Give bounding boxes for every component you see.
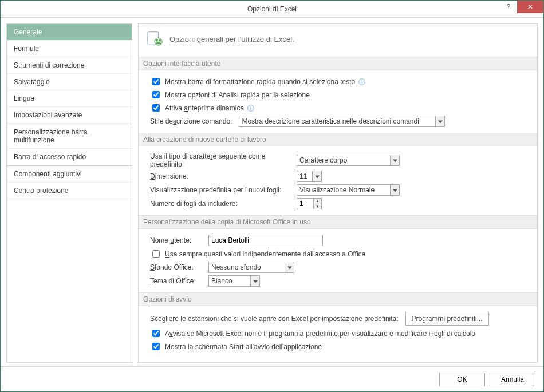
section-title-startup: Opzioni di avvio (139, 292, 537, 306)
checkbox-warn-default[interactable] (152, 330, 160, 337)
label-quick-analysis: Mostra opzioni di Analisi rapida per la … (165, 91, 310, 99)
window-title: Opzioni di Excel (1, 5, 543, 13)
chevron-down-icon (435, 116, 444, 126)
select-default-font[interactable]: Carattere corpo (297, 155, 400, 166)
svg-point-2 (156, 39, 158, 42)
checkbox-live-preview[interactable] (152, 104, 160, 112)
section-title-new-workbook: Alla creazione di nuove cartelle di lavo… (139, 133, 537, 146)
sidebar-item-salvataggio[interactable]: Salvataggio (7, 74, 132, 90)
label-warn-default: Avvisa se Microsoft Excel non è il progr… (165, 330, 475, 338)
label-tooltip-style: Stile descrizione comando: (150, 117, 232, 125)
label-always-use: Usa sempre questi valori indipendentemen… (165, 250, 365, 258)
info-icon[interactable]: i (247, 105, 254, 112)
checkbox-mini-toolbar[interactable] (152, 78, 160, 85)
page-header: Opzioni generali per l'utilizzo di Excel… (147, 30, 529, 49)
checkbox-start-screen[interactable] (152, 343, 160, 350)
row-username: Nome utente: (150, 235, 529, 246)
spin-up-icon[interactable]: ▲ (314, 199, 321, 204)
page-header-text: Opzioni generali per l'utilizzo di Excel… (169, 35, 294, 43)
row-quick-analysis: Mostra opzioni di Analisi rapida per la … (150, 89, 529, 100)
sidebar-item-impostazioni-avanzate[interactable]: Impostazioni avanzate (7, 107, 132, 124)
label-username: Nome utente: (150, 236, 202, 244)
label-font-size: Dimensione: (150, 172, 293, 180)
checkbox-quick-analysis[interactable] (152, 91, 160, 98)
select-tooltip-style[interactable]: Mostra descrizione caratteristica nelle … (239, 116, 445, 127)
label-sheet-count: Numero di fogli da includere: (150, 200, 293, 208)
chevron-down-icon (285, 262, 294, 272)
label-mini-toolbar: Mostra barra di formattazione rapida qua… (165, 78, 355, 86)
label-live-preview: Attiva anteprima dinamica (165, 104, 244, 112)
sidebar-item-lingua[interactable]: Lingua (7, 90, 132, 107)
help-button[interactable]: ? (500, 1, 517, 13)
ok-button[interactable]: OK (439, 373, 485, 386)
window-controls: ? ✕ (500, 1, 543, 13)
dialog-body: Generale Formule Strumenti di correzione… (1, 18, 543, 366)
select-font-size[interactable]: 11 (297, 171, 322, 182)
checkbox-always-use[interactable] (152, 250, 160, 258)
chevron-down-icon (390, 155, 399, 165)
excel-options-dialog: Opzioni di Excel ? ✕ Generale Formule St… (0, 0, 544, 392)
sidebar-item-centro-protezione[interactable]: Centro protezione (7, 183, 132, 199)
row-mini-toolbar: Mostra barra di formattazione rapida qua… (150, 76, 529, 87)
sidebar-item-generale[interactable]: Generale (7, 24, 132, 41)
select-office-background[interactable]: Nessuno sfondo (208, 262, 294, 273)
spin-down-icon[interactable]: ▼ (314, 204, 321, 209)
label-default-programs: Scegliere le estensioni che si vuole apr… (150, 315, 399, 323)
input-username[interactable] (208, 235, 323, 246)
row-default-font: Usa il tipo di carattere seguente come p… (150, 152, 529, 168)
row-default-view: Visualizzazione predefinita per i nuovi … (150, 184, 529, 196)
row-live-preview: Attiva anteprima dinamica i (150, 102, 529, 113)
titlebar: Opzioni di Excel ? ✕ (1, 1, 543, 18)
row-default-programs: Scegliere le estensioni che si vuole apr… (150, 312, 529, 326)
sidebar-item-barra-accesso-rapido[interactable]: Barra di accesso rapido (7, 149, 132, 165)
row-office-theme: Tema di Office: Bianco (150, 275, 529, 287)
info-icon[interactable]: i (358, 78, 365, 85)
row-warn-default: Avvisa se Microsoft Excel non è il progr… (150, 328, 529, 339)
section-title-ui: Opzioni interfaccia utente (139, 57, 537, 70)
section-title-personalize: Personalizzazione della copia di Microso… (139, 215, 537, 229)
row-tooltip-style: Stile descrizione comando: Mostra descri… (150, 116, 529, 127)
sidebar-item-componenti-aggiuntivi[interactable]: Componenti aggiuntivi (7, 166, 132, 183)
label-default-view: Visualizzazione predefinita per i nuovi … (150, 186, 293, 194)
label-office-background: Sfondo Office: (150, 263, 202, 271)
row-always-use: Usa sempre questi valori indipendentemen… (150, 248, 529, 259)
label-default-font: Usa il tipo di carattere seguente come p… (150, 152, 293, 168)
chevron-down-icon (250, 276, 259, 286)
default-programs-button[interactable]: Programmi predefiniti... (405, 312, 489, 326)
content-panel: Opzioni generali per l'utilizzo di Excel… (138, 23, 538, 363)
cancel-button[interactable]: Annulla (490, 373, 535, 386)
row-font-size: Dimensione: 11 (150, 171, 529, 182)
chevron-down-icon (312, 171, 321, 181)
chevron-down-icon (390, 185, 399, 195)
svg-point-3 (159, 39, 161, 42)
row-office-background: Sfondo Office: Nessuno sfondo (150, 262, 529, 273)
general-options-icon (147, 30, 164, 49)
row-sheet-count: Numero di fogli da includere: ▲ ▼ (150, 198, 529, 209)
sidebar-item-formule[interactable]: Formule (7, 41, 132, 57)
label-office-theme: Tema di Office: (150, 277, 202, 285)
spinner-sheet-count[interactable]: ▲ ▼ (297, 198, 322, 209)
row-start-screen: Mostra la schermata Start all'avvio dell… (150, 341, 529, 352)
sidebar-item-strumenti-correzione[interactable]: Strumenti di correzione (7, 57, 132, 74)
close-icon: ✕ (527, 3, 533, 11)
select-default-view[interactable]: Visualizzazione Normale (297, 184, 400, 196)
sidebar-item-personalizzazione-barra[interactable]: Personalizzazione barra multifunzione (7, 124, 132, 149)
input-sheet-count[interactable] (297, 199, 313, 209)
label-start-screen: Mostra la schermata Start all'avvio dell… (165, 343, 322, 351)
select-office-theme[interactable]: Bianco (208, 275, 260, 287)
category-sidebar: Generale Formule Strumenti di correzione… (6, 23, 132, 363)
close-button[interactable]: ✕ (517, 1, 543, 13)
dialog-footer: OK Annulla (1, 366, 543, 391)
